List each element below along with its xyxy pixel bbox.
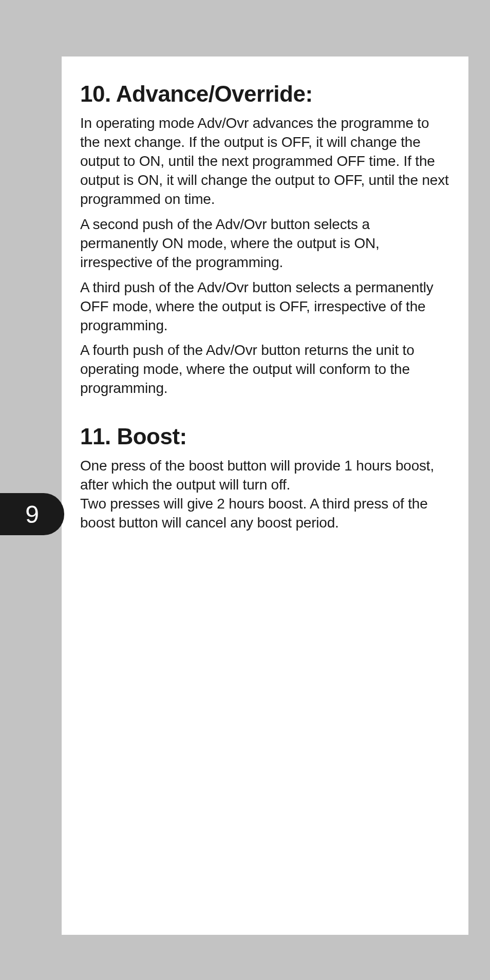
body-paragraph: Two presses will give 2 hours boost. A t… <box>80 495 450 533</box>
body-paragraph: In operating mode Adv/Ovr advances the p… <box>80 114 450 209</box>
body-paragraph: A fourth push of the Adv/Ovr button retu… <box>80 341 450 398</box>
section-heading-10: 10. Advance/Override: <box>80 81 450 107</box>
page-number-tab: 9 <box>0 493 64 535</box>
page-number: 9 <box>25 500 39 529</box>
body-paragraph: One press of the boost button will provi… <box>80 457 450 495</box>
body-paragraph: A third push of the Adv/Ovr button selec… <box>80 278 450 335</box>
body-paragraph: A second push of the Adv/Ovr button sele… <box>80 215 450 272</box>
section-spacer <box>80 404 450 424</box>
section-heading-11: 11. Boost: <box>80 424 450 449</box>
document-page: 10. Advance/Override: In operating mode … <box>62 56 468 935</box>
